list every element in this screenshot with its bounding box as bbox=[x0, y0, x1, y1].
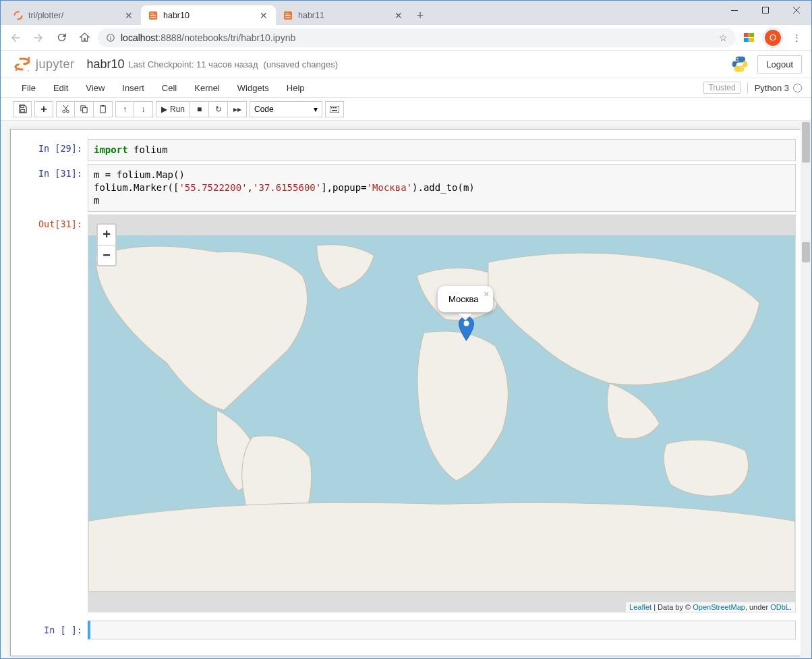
menu-view[interactable]: View bbox=[77, 78, 113, 97]
move-down-button[interactable]: ↓ bbox=[134, 101, 153, 117]
maximize-button[interactable] bbox=[750, 0, 781, 20]
reload-button[interactable] bbox=[52, 28, 71, 47]
home-button[interactable] bbox=[75, 28, 94, 47]
svg-point-39 bbox=[464, 320, 469, 326]
svg-point-18 bbox=[16, 59, 29, 64]
window-controls bbox=[719, 0, 812, 20]
svg-rect-8 bbox=[285, 13, 289, 14]
paste-button[interactable] bbox=[94, 101, 113, 117]
new-tab-button[interactable]: + bbox=[411, 6, 430, 25]
svg-rect-33 bbox=[330, 106, 339, 113]
command-palette-button[interactable] bbox=[325, 101, 344, 117]
add-cell-button[interactable]: + bbox=[34, 101, 53, 117]
notebook-favicon-icon bbox=[283, 10, 293, 21]
svg-rect-34 bbox=[331, 107, 332, 109]
cut-button[interactable] bbox=[56, 101, 75, 117]
jupyter-logo-text: jupyter bbox=[36, 57, 75, 71]
map-tiles bbox=[88, 215, 795, 612]
svg-rect-4 bbox=[150, 13, 154, 14]
forward-button[interactable] bbox=[29, 28, 48, 47]
save-button[interactable] bbox=[13, 101, 32, 117]
menubar: File Edit View Insert Cell Kernel Widget… bbox=[1, 78, 811, 98]
folium-map[interactable]: + − Москва × Leaflet | Data by © OpenStr… bbox=[88, 214, 796, 612]
code-input[interactable]: m = folium.Map() folium.Marker(['55.7522… bbox=[88, 164, 796, 212]
checkpoint-text: Last Checkpoint: 11 часов назад bbox=[129, 59, 258, 69]
tab-habr11[interactable]: habr11 ✕ bbox=[276, 5, 411, 25]
zoom-out-button[interactable]: − bbox=[98, 245, 115, 265]
trusted-indicator[interactable]: Trusted bbox=[703, 82, 740, 94]
odbl-link[interactable]: ODbL bbox=[770, 603, 790, 611]
map-attribution: Leaflet | Data by © OpenStreetMap, under… bbox=[626, 602, 795, 612]
notebook-name[interactable]: habr10 bbox=[87, 57, 125, 71]
tab-title: habr11 bbox=[298, 11, 388, 20]
code-cell[interactable]: In [31]: m = folium.Map() folium.Marker(… bbox=[16, 164, 796, 212]
scroll-thumb[interactable] bbox=[802, 242, 810, 262]
menu-help[interactable]: Help bbox=[278, 78, 314, 97]
browser-menu-button[interactable]: ⋮ bbox=[787, 28, 806, 47]
svg-rect-30 bbox=[83, 108, 87, 113]
input-prompt: In [31]: bbox=[16, 164, 88, 212]
svg-rect-37 bbox=[332, 110, 337, 111]
toolbar: + ↑ ↓ ▶ Run ■ ↻ ▸▸ Code▾ bbox=[1, 98, 811, 121]
tab-title: habr10 bbox=[163, 11, 254, 20]
menu-widgets[interactable]: Widgets bbox=[229, 78, 278, 97]
url-text: localhost:8888/notebooks/tri/habr10.ipyn… bbox=[121, 32, 295, 43]
menu-file[interactable]: File bbox=[13, 78, 45, 97]
svg-point-23 bbox=[737, 58, 738, 59]
zoom-in-button[interactable]: + bbox=[98, 225, 115, 245]
output-prompt: Out[31]: bbox=[16, 214, 88, 612]
menu-edit[interactable]: Edit bbox=[45, 78, 77, 97]
interrupt-button[interactable]: ■ bbox=[190, 101, 209, 117]
close-tab-icon[interactable]: ✕ bbox=[258, 10, 269, 21]
svg-point-12 bbox=[110, 35, 111, 36]
run-button[interactable]: ▶ Run bbox=[156, 101, 190, 117]
restart-run-all-button[interactable]: ▸▸ bbox=[228, 101, 247, 117]
svg-rect-10 bbox=[285, 17, 291, 18]
url-input[interactable]: localhost:8888/notebooks/tri/habr10.ipyn… bbox=[98, 28, 736, 47]
bookmark-star-icon[interactable]: ☆ bbox=[719, 32, 728, 43]
svg-rect-35 bbox=[333, 107, 335, 109]
tab-plotter[interactable]: tri/plotter/ ✕ bbox=[6, 5, 141, 25]
output-area: + − Москва × Leaflet | Data by © OpenStr… bbox=[88, 214, 796, 612]
profile-avatar[interactable]: O bbox=[763, 28, 783, 48]
move-up-button[interactable]: ↑ bbox=[115, 101, 134, 117]
copy-button[interactable] bbox=[75, 101, 94, 117]
tab-title: tri/plotter/ bbox=[28, 11, 119, 20]
zoom-control: + − bbox=[96, 223, 117, 266]
svg-rect-26 bbox=[20, 109, 24, 112]
popup-close-icon[interactable]: × bbox=[484, 289, 489, 299]
restart-button[interactable]: ↻ bbox=[209, 101, 228, 117]
code-input[interactable] bbox=[88, 621, 796, 639]
map-marker[interactable]: Москва × bbox=[458, 316, 475, 341]
svg-rect-1 bbox=[763, 7, 769, 13]
svg-point-22 bbox=[28, 70, 29, 71]
code-cell-active[interactable]: In [ ]: bbox=[16, 621, 796, 639]
close-tab-icon[interactable]: ✕ bbox=[393, 10, 404, 21]
svg-point-21 bbox=[16, 69, 18, 71]
menu-kernel[interactable]: Kernel bbox=[185, 78, 229, 97]
close-tab-icon[interactable]: ✕ bbox=[123, 10, 134, 21]
browser-chrome: tri/plotter/ ✕ habr10 ✕ habr11 ✕ + local… bbox=[1, 1, 811, 51]
address-bar: localhost:8888/notebooks/tri/habr10.ipyn… bbox=[1, 25, 811, 51]
minimize-button[interactable] bbox=[719, 0, 750, 20]
close-window-button[interactable] bbox=[781, 0, 812, 20]
autosave-text: (unsaved changes) bbox=[264, 59, 339, 69]
code-cell[interactable]: In [29]: import folium bbox=[16, 139, 796, 161]
jupyter-logo[interactable]: jupyter bbox=[13, 55, 75, 74]
svg-point-24 bbox=[742, 69, 743, 70]
menu-insert[interactable]: Insert bbox=[113, 78, 153, 97]
windows-ext-icon[interactable] bbox=[740, 28, 759, 47]
osm-link[interactable]: OpenStreetMap bbox=[693, 603, 745, 611]
menu-cell[interactable]: Cell bbox=[153, 78, 185, 97]
cell-type-select[interactable]: Code▾ bbox=[250, 101, 322, 117]
popup-text: Москва bbox=[448, 294, 478, 304]
scrollbar[interactable] bbox=[801, 121, 811, 659]
back-button[interactable] bbox=[6, 28, 25, 47]
code-input[interactable]: import folium bbox=[88, 139, 796, 161]
leaflet-link[interactable]: Leaflet bbox=[629, 603, 651, 611]
notebook-favicon-icon bbox=[148, 10, 158, 21]
kernel-name[interactable]: Python 3 bbox=[747, 83, 802, 93]
scroll-thumb[interactable] bbox=[802, 122, 810, 163]
tab-habr10[interactable]: habr10 ✕ bbox=[141, 5, 276, 25]
logout-button[interactable]: Logout bbox=[757, 55, 802, 74]
